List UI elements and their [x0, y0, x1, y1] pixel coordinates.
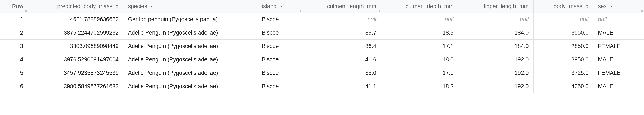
- cell-row: 4: [0, 53, 28, 66]
- col-header-island[interactable]: island: [257, 0, 302, 13]
- cell-island: Biscoe: [257, 26, 302, 40]
- col-header-predicted-body-mass[interactable]: predicted_body_mass_g: [28, 0, 124, 13]
- cell-sex: FEMALE: [593, 40, 644, 53]
- resize-handle-icon[interactable]: [590, 9, 592, 12]
- dropdown-icon[interactable]: [150, 5, 154, 9]
- cell-row: 6: [0, 80, 28, 93]
- header-row: Row predicted_body_mass_g species: [0, 0, 644, 13]
- null-value: null: [580, 16, 589, 22]
- col-header-row[interactable]: Row: [0, 0, 28, 13]
- col-header-label: species: [128, 3, 147, 10]
- col-header-culmen-depth[interactable]: culmen_depth_mm: [381, 0, 458, 13]
- cell-body-mass-g: null: [533, 13, 593, 26]
- cell-flipper-length-mm: null: [458, 13, 533, 26]
- col-header-label: island: [262, 3, 277, 10]
- cell-body-mass-g: 3725.0: [533, 66, 593, 80]
- cell-culmen-length-mm: null: [302, 13, 381, 26]
- cell-flipper-length-mm: 184.0: [458, 26, 533, 40]
- cell-body-mass-g: 3550.0: [533, 26, 593, 40]
- col-header-label: Row: [12, 3, 23, 10]
- cell-predicted-body-mass-g: 4681.78289636622: [28, 13, 124, 26]
- cell-predicted-body-mass-g: 3875.2244702599232: [28, 26, 124, 40]
- resize-handle-icon[interactable]: [253, 9, 256, 12]
- table-row[interactable]: 23875.2244702599232Adelie Penguin (Pygos…: [0, 26, 644, 40]
- col-header-sex[interactable]: sex: [593, 0, 644, 13]
- cell-island: Biscoe: [257, 53, 302, 66]
- null-value: null: [520, 16, 529, 22]
- cell-culmen-depth-mm: 17.9: [381, 66, 458, 80]
- col-header-species[interactable]: species: [124, 0, 257, 13]
- table-row[interactable]: 33303.09689098449Adelie Penguin (Pygosce…: [0, 40, 644, 53]
- table-row[interactable]: 43976.5290091497004Adelie Penguin (Pygos…: [0, 53, 644, 66]
- null-value: null: [368, 16, 376, 22]
- col-header-body-mass[interactable]: body_mass_g: [533, 0, 593, 13]
- col-header-flipper-length[interactable]: flipper_length_mm: [458, 0, 533, 13]
- resize-handle-icon[interactable]: [377, 9, 380, 12]
- null-value: null: [445, 16, 454, 22]
- cell-species: Adelie Penguin (Pygoscelis adeliae): [124, 53, 257, 66]
- cell-sex: FEMALE: [593, 66, 644, 80]
- col-header-label: predicted_body_mass_g: [57, 3, 118, 10]
- active-column-indicator: [28, 0, 123, 0]
- cell-culmen-depth-mm: 18.9: [381, 26, 458, 40]
- cell-body-mass-g: 3950.0: [533, 53, 593, 66]
- table-body: 14681.78289636622Gentoo penguin (Pygosce…: [0, 13, 644, 93]
- cell-row: 2: [0, 26, 28, 40]
- cell-species: Adelie Penguin (Pygoscelis adeliae): [124, 66, 257, 80]
- cell-predicted-body-mass-g: 3976.5290091497004: [28, 53, 124, 66]
- cell-culmen-length-mm: 35.0: [302, 66, 381, 80]
- cell-culmen-length-mm: 39.7: [302, 26, 381, 40]
- cell-predicted-body-mass-g: 3303.09689098449: [28, 40, 124, 53]
- table-row[interactable]: 14681.78289636622Gentoo penguin (Pygosce…: [0, 13, 644, 26]
- cell-species: Adelie Penguin (Pygoscelis adeliae): [124, 40, 257, 53]
- cell-island: Biscoe: [257, 13, 302, 26]
- cell-sex: MALE: [593, 53, 644, 66]
- resize-handle-icon[interactable]: [24, 9, 27, 12]
- results-table: Row predicted_body_mass_g species: [0, 0, 644, 93]
- cell-body-mass-g: 2850.0: [533, 40, 593, 53]
- cell-sex: null: [593, 13, 644, 26]
- cell-culmen-length-mm: 41.1: [302, 80, 381, 93]
- resize-handle-icon[interactable]: [530, 9, 532, 12]
- dropdown-icon[interactable]: [610, 5, 613, 9]
- cell-predicted-body-mass-g: 3457.9235873245539: [28, 66, 124, 80]
- resize-handle-icon[interactable]: [640, 9, 643, 12]
- cell-culmen-depth-mm: 17.1: [381, 40, 458, 53]
- resize-handle-icon[interactable]: [298, 9, 301, 12]
- dropdown-icon[interactable]: [280, 5, 283, 9]
- cell-species: Adelie Penguin (Pygoscelis adeliae): [124, 26, 257, 40]
- col-header-label: body_mass_g: [553, 3, 588, 10]
- cell-culmen-length-mm: 36.4: [302, 40, 381, 53]
- cell-island: Biscoe: [257, 80, 302, 93]
- resize-handle-icon[interactable]: [454, 9, 457, 12]
- cell-culmen-depth-mm: 18.2: [381, 80, 458, 93]
- cell-species: Gentoo penguin (Pygoscelis papua): [124, 13, 257, 26]
- cell-flipper-length-mm: 192.0: [458, 53, 533, 66]
- cell-flipper-length-mm: 192.0: [458, 80, 533, 93]
- null-value: null: [598, 16, 607, 22]
- col-header-label: flipper_length_mm: [482, 3, 528, 10]
- cell-sex: MALE: [593, 26, 644, 40]
- cell-culmen-depth-mm: 18.0: [381, 53, 458, 66]
- cell-flipper-length-mm: 184.0: [458, 40, 533, 53]
- cell-species: Adelie Penguin (Pygoscelis adeliae): [124, 80, 257, 93]
- cell-row: 5: [0, 66, 28, 80]
- cell-island: Biscoe: [257, 40, 302, 53]
- cell-culmen-length-mm: 41.6: [302, 53, 381, 66]
- cell-island: Biscoe: [257, 66, 302, 80]
- col-header-culmen-length[interactable]: culmen_length_mm: [302, 0, 381, 13]
- table-row[interactable]: 63980.5849577261683Adelie Penguin (Pygos…: [0, 80, 644, 93]
- cell-culmen-depth-mm: null: [381, 13, 458, 26]
- cell-flipper-length-mm: 192.0: [458, 66, 533, 80]
- col-header-label: culmen_depth_mm: [406, 3, 454, 10]
- cell-row: 1: [0, 13, 28, 26]
- cell-predicted-body-mass-g: 3980.5849577261683: [28, 80, 124, 93]
- table-header: Row predicted_body_mass_g species: [0, 0, 644, 13]
- col-header-label: sex: [598, 3, 607, 10]
- cell-row: 3: [0, 40, 28, 53]
- table-row[interactable]: 53457.9235873245539Adelie Penguin (Pygos…: [0, 66, 644, 80]
- cell-sex: MALE: [593, 80, 644, 93]
- cell-body-mass-g: 4050.0: [533, 80, 593, 93]
- col-header-label: culmen_length_mm: [327, 3, 376, 10]
- resize-handle-icon[interactable]: [120, 9, 122, 12]
